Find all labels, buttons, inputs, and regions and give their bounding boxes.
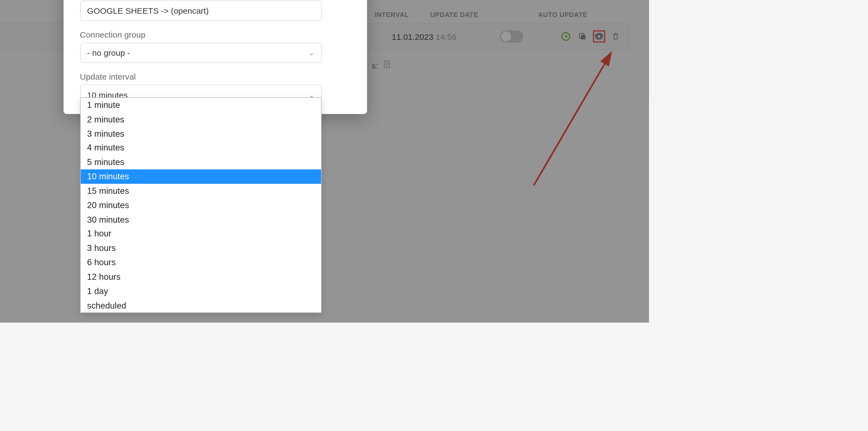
modal-overlay: ✕ Connection setup Connection name Conne… bbox=[0, 0, 649, 322]
interval-option[interactable]: 4 minutes bbox=[81, 141, 321, 155]
interval-option[interactable]: 10 minutes bbox=[81, 170, 321, 184]
interval-option[interactable]: 1 day bbox=[81, 284, 321, 298]
connection-setup-modal: ✕ Connection setup Connection name Conne… bbox=[63, 0, 367, 114]
interval-option[interactable]: 3 minutes bbox=[81, 127, 321, 141]
interval-option[interactable]: 12 hours bbox=[81, 270, 321, 284]
interval-options-list: 1 minute2 minutes3 minutes4 minutes5 min… bbox=[80, 97, 321, 313]
connection-group-select[interactable]: - no group - ⌄ bbox=[80, 42, 321, 63]
interval-option[interactable]: 2 minutes bbox=[81, 112, 321, 127]
interval-option[interactable]: 3 hours bbox=[81, 241, 321, 255]
interval-option[interactable]: 5 minutes bbox=[81, 155, 321, 170]
connection-name-input[interactable] bbox=[80, 1, 321, 21]
interval-option[interactable]: 1 minute bbox=[81, 98, 321, 112]
interval-option[interactable]: scheduled bbox=[81, 298, 321, 312]
interval-label: Update interval bbox=[80, 72, 350, 81]
interval-option[interactable]: 15 minutes bbox=[81, 184, 321, 198]
interval-option[interactable]: 30 minutes bbox=[81, 213, 321, 227]
interval-option[interactable]: 6 hours bbox=[81, 255, 321, 270]
interval-option[interactable]: 1 hour bbox=[81, 227, 321, 241]
chevron-down-icon: ⌄ bbox=[309, 49, 314, 57]
group-label: Connection group bbox=[80, 30, 350, 39]
interval-option[interactable]: 20 minutes bbox=[81, 198, 321, 213]
